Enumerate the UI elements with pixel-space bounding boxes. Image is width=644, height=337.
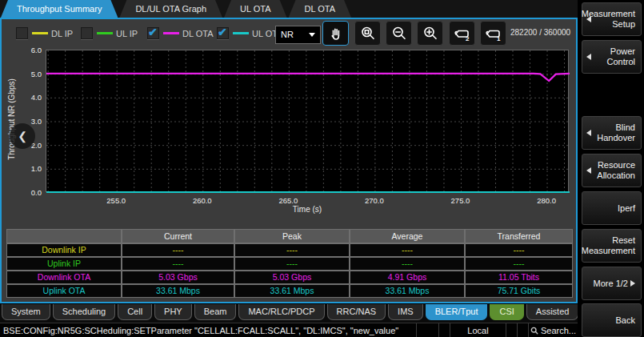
series-select[interactable]: NR	[275, 26, 321, 44]
tab-ul-ota[interactable]: UL OTA	[224, 0, 287, 18]
table-cell: ----	[466, 244, 572, 256]
table-cell: ----	[122, 258, 234, 270]
pan-tool-button[interactable]	[322, 21, 349, 46]
zoom-undo-2-button[interactable]: 2	[449, 21, 475, 46]
tab-throughput-summary[interactable]: Throughput Summary	[1, 0, 118, 18]
status-cell	[506, 323, 517, 337]
dl-ota-checkbox[interactable]	[147, 27, 159, 39]
table-cell: 33.61 Mbps	[122, 285, 234, 297]
table-cell: ----	[235, 244, 349, 256]
x-tick-label: 280.0	[530, 196, 563, 205]
ul-ip-checkbox[interactable]	[81, 27, 93, 39]
right-arrow-icon	[630, 280, 635, 287]
hand-icon	[327, 25, 345, 42]
iperf-button[interactable]: Iperf	[582, 191, 642, 225]
blind-handover-button[interactable]: Blind Handover	[582, 116, 642, 150]
table-cell: ----	[350, 244, 464, 256]
table-cell: ----	[235, 258, 349, 270]
zoom-undo-1-button[interactable]: 1	[480, 21, 506, 46]
series-select-value: NR	[281, 30, 294, 39]
row-label-uplink-ip: Uplink IP	[7, 258, 121, 270]
table-cell: 33.61 Mbps	[350, 285, 464, 297]
search-field[interactable]: Search...	[528, 323, 578, 337]
tab-dlul-ota-graph[interactable]: DL/UL OTA Graph	[119, 0, 222, 18]
table-cell: 33.61 Mbps	[235, 285, 349, 297]
x-tick-label: 265.0	[271, 196, 305, 205]
more-pages-button[interactable]: More 1/2	[582, 267, 642, 300]
top-tabbar: Throughput Summary DL/UL OTA Graph UL OT…	[0, 0, 578, 18]
sample-counter: 282200 / 360000	[510, 28, 570, 37]
search-icon	[530, 327, 538, 335]
table-cell: 5.03 Gbps	[122, 271, 234, 283]
zoom-history-2-icon: 2	[453, 25, 472, 42]
left-arrow-icon	[586, 54, 591, 60]
y-tick-label: 6.0	[21, 46, 42, 54]
ul-ip-label: UL IP	[116, 29, 138, 38]
legend-item-ul-ip: UL IP	[81, 24, 138, 42]
zoom-out-icon	[390, 25, 408, 42]
zoom-in-icon	[422, 25, 439, 42]
tab-ims[interactable]: IMS	[388, 304, 423, 320]
svg-text:2: 2	[466, 35, 470, 42]
zoom-out-button[interactable]	[386, 21, 412, 46]
left-arrow-icon	[586, 130, 591, 136]
tab-system[interactable]: System	[2, 304, 50, 320]
tab-cell[interactable]: Cell	[118, 304, 152, 320]
table-cell: ----	[350, 258, 464, 270]
scpi-command-text: BSE:CONFig:NR5G:SCHeduling:SETParameter …	[0, 326, 416, 335]
ul-ip-color-line	[97, 32, 113, 34]
left-arrow-icon	[586, 16, 591, 22]
zoom-in-button[interactable]	[417, 21, 443, 46]
table-cell: 5.03 Gbps	[235, 271, 349, 283]
x-tick-label: 260.0	[186, 196, 219, 205]
y-tick-label: 1.0	[21, 164, 42, 173]
table-cell: ----	[466, 258, 572, 270]
svg-text:1: 1	[497, 35, 501, 42]
power-control-button[interactable]: Power Control	[582, 40, 642, 74]
tab-assisted-tx-meas[interactable]: Assisted Tx Meas	[526, 304, 579, 320]
tab-csi[interactable]: CSI	[490, 304, 523, 320]
zoom-history-1-icon: 1	[484, 25, 503, 42]
legend-item-ul-ota: UL OTA	[217, 24, 283, 42]
col-header-current: Current	[122, 230, 234, 243]
table-cell: ----	[122, 244, 234, 256]
col-header-peak: Peak	[235, 230, 349, 243]
tab-mac-rlc-pdcp[interactable]: MAC/RLC/PDCP	[238, 304, 324, 320]
status-cell	[416, 323, 438, 337]
y-axis-label: Throughput NR (Gbps)	[7, 51, 17, 187]
tab-bler-tput[interactable]: BLER/Tput	[426, 304, 488, 320]
measurement-setup-button[interactable]: Measurement Setup	[582, 2, 642, 36]
dl-ota-color-line	[163, 32, 179, 34]
chevron-down-icon	[309, 33, 315, 37]
tab-beam-mgmt[interactable]: Beam Mgmt	[194, 304, 237, 320]
dl-ip-checkbox[interactable]	[16, 27, 28, 39]
row-label-downlink-ip: Downlink IP	[7, 244, 121, 256]
table-cell: 4.91 Gbps	[350, 271, 464, 283]
back-button[interactable]: Back	[582, 303, 642, 337]
legend-item-dl-ota: DL OTA	[147, 24, 214, 42]
col-header-average: Average	[350, 230, 464, 243]
reset-measurement-button[interactable]: Reset Measurement	[582, 229, 642, 263]
throughput-plot[interactable]	[46, 50, 569, 192]
ul-ota-checkbox[interactable]	[217, 27, 229, 39]
collapse-panel-button[interactable]: ❮	[10, 123, 35, 149]
app-window: Throughput Summary DL/UL OTA Graph UL OT…	[0, 0, 644, 337]
tab-rrc-nas[interactable]: RRC/NAS	[327, 304, 386, 320]
x-axis-label: Time (s)	[46, 205, 569, 214]
search-placeholder: Search...	[541, 326, 576, 335]
zoom-region-button[interactable]	[354, 21, 381, 46]
softkey-panel: Measurement Setup Power Control Blind Ha…	[578, 0, 644, 337]
col-header-transferred: Transferred	[466, 230, 572, 243]
y-axis-ticks: 0.01.02.03.04.05.06.0	[21, 50, 43, 194]
local-remote-indicator[interactable]: Local	[450, 323, 506, 337]
left-arrow-icon	[586, 167, 591, 174]
tab-dl-ota[interactable]: DL OTA	[289, 0, 352, 18]
dl-ip-label: DL IP	[51, 29, 73, 38]
y-tick-label: 0.0	[21, 188, 42, 197]
ul-ota-color-line	[233, 32, 249, 34]
resource-allocation-button[interactable]: Resource Allocation	[582, 154, 642, 187]
tab-scheduling[interactable]: Scheduling	[53, 304, 115, 320]
x-tick-label: 275.0	[443, 196, 477, 205]
y-tick-label: 5.0	[21, 70, 42, 78]
tab-phy[interactable]: PHY	[154, 304, 192, 320]
